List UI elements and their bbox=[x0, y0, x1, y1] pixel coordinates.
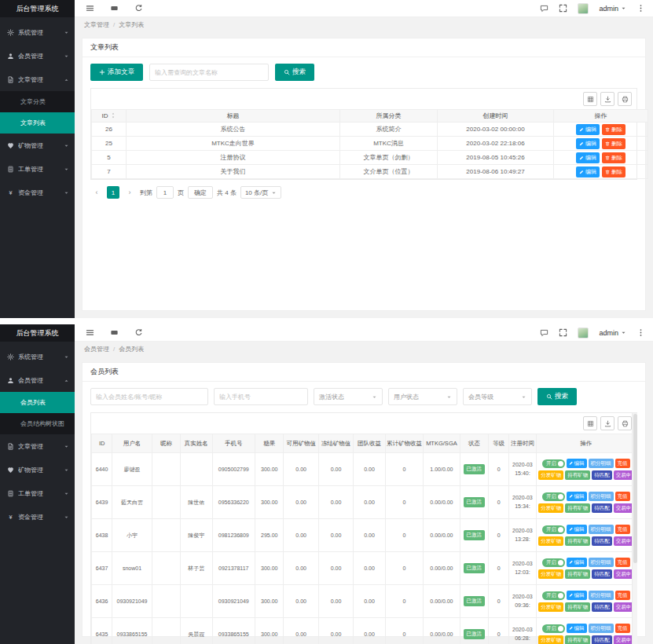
filter-input-1[interactable] bbox=[214, 388, 308, 405]
prev-page-button[interactable]: ‹ bbox=[90, 186, 103, 199]
avatar[interactable] bbox=[578, 327, 589, 338]
trading-button[interactable]: 交易中 bbox=[614, 503, 634, 513]
pending-match-button[interactable]: 待匹配 bbox=[592, 536, 612, 546]
sidebar-subitem[interactable]: 文章分类 bbox=[0, 91, 75, 112]
sidebar-item-5[interactable]: 资金管理 bbox=[0, 505, 75, 529]
chat-icon[interactable] bbox=[540, 328, 548, 337]
column-header[interactable]: ID bbox=[92, 110, 127, 123]
fullscreen-icon[interactable] bbox=[559, 328, 567, 337]
points-detail-button[interactable]: 积分明细 bbox=[589, 459, 614, 468]
sidebar-item-3[interactable]: 矿物管理 bbox=[0, 134, 75, 157]
fullscreen-icon[interactable] bbox=[559, 4, 567, 13]
points-detail-button[interactable]: 积分明细 bbox=[589, 558, 614, 567]
filter-select-4[interactable]: 会员等级 bbox=[463, 388, 532, 405]
search-button[interactable]: 搜索 bbox=[275, 64, 314, 81]
export-button[interactable] bbox=[600, 416, 614, 430]
enable-toggle[interactable]: 开启 bbox=[542, 591, 565, 600]
recharge-button[interactable]: 充值 bbox=[615, 624, 630, 633]
pending-match-button[interactable]: 待匹配 bbox=[592, 635, 612, 644]
breadcrumb-item[interactable]: 文章列表 bbox=[119, 20, 144, 29]
trading-button[interactable]: 交易中 bbox=[614, 602, 634, 612]
recharge-button[interactable]: 充值 bbox=[615, 459, 630, 468]
member-search-button[interactable]: 搜索 bbox=[537, 388, 577, 405]
confirm-page-button[interactable]: 确定 bbox=[188, 186, 213, 199]
enable-toggle[interactable]: 开启 bbox=[542, 558, 565, 567]
sidebar-item-0[interactable]: 系统管理 bbox=[0, 20, 75, 44]
hold-mineral-button[interactable]: 持有矿物 bbox=[565, 602, 590, 612]
columns-button[interactable] bbox=[583, 416, 597, 430]
next-page-button[interactable]: › bbox=[123, 186, 136, 199]
points-detail-button[interactable]: 积分明细 bbox=[589, 591, 614, 600]
edit-button[interactable]: 编辑 bbox=[567, 591, 587, 600]
message-icon[interactable] bbox=[110, 4, 119, 13]
more-icon[interactable] bbox=[636, 4, 645, 13]
trading-button[interactable]: 交易中 bbox=[614, 536, 634, 546]
more-icon[interactable] bbox=[636, 328, 645, 337]
distribute-mineral-button[interactable]: 分发矿物 bbox=[538, 635, 563, 644]
menu-icon[interactable] bbox=[86, 328, 94, 337]
avatar[interactable] bbox=[578, 3, 589, 14]
delete-button[interactable]: 删除 bbox=[602, 152, 625, 163]
table-scrollbar[interactable] bbox=[632, 413, 637, 644]
sidebar-item-0[interactable]: 系统管理 bbox=[0, 345, 75, 368]
breadcrumb-item[interactable]: 会员管理 bbox=[84, 345, 109, 353]
edit-button[interactable]: 编辑 bbox=[576, 124, 600, 135]
page-1-button[interactable]: 1 bbox=[107, 186, 119, 199]
sidebar-item-4[interactable]: 工单管理 bbox=[0, 481, 75, 505]
breadcrumb-item[interactable]: 文章管理 bbox=[84, 20, 109, 29]
sidebar-item-5[interactable]: 资金管理 bbox=[0, 181, 75, 204]
pending-match-button[interactable]: 待匹配 bbox=[592, 602, 612, 612]
trading-button[interactable]: 交易中 bbox=[614, 569, 634, 579]
trading-button[interactable]: 交易中 bbox=[614, 635, 634, 644]
delete-button[interactable]: 删除 bbox=[602, 124, 625, 135]
sidebar-subitem[interactable]: 会员结构树状图 bbox=[0, 413, 75, 434]
user-menu[interactable]: admin bbox=[599, 5, 626, 13]
distribute-mineral-button[interactable]: 分发矿物 bbox=[538, 569, 563, 579]
edit-button[interactable]: 编辑 bbox=[567, 624, 587, 633]
pending-match-button[interactable]: 待匹配 bbox=[592, 503, 612, 513]
edit-button[interactable]: 编辑 bbox=[576, 166, 600, 177]
hold-mineral-button[interactable]: 持有矿物 bbox=[565, 569, 590, 579]
refresh-icon[interactable] bbox=[134, 328, 143, 337]
hold-mineral-button[interactable]: 持有矿物 bbox=[565, 470, 590, 480]
edit-button[interactable]: 编辑 bbox=[576, 138, 600, 149]
distribute-mineral-button[interactable]: 分发矿物 bbox=[538, 470, 563, 480]
distribute-mineral-button[interactable]: 分发矿物 bbox=[538, 602, 563, 612]
chat-icon[interactable] bbox=[540, 4, 548, 13]
delete-button[interactable]: 删除 bbox=[602, 138, 625, 149]
hold-mineral-button[interactable]: 持有矿物 bbox=[565, 536, 590, 546]
recharge-button[interactable]: 充值 bbox=[615, 591, 630, 600]
enable-toggle[interactable]: 开启 bbox=[542, 624, 565, 633]
points-detail-button[interactable]: 积分明细 bbox=[589, 492, 614, 501]
distribute-mineral-button[interactable]: 分发矿物 bbox=[538, 503, 563, 513]
breadcrumb-item[interactable]: 会员列表 bbox=[119, 345, 144, 353]
filter-input-0[interactable] bbox=[90, 388, 208, 405]
per-page-select[interactable]: 10 条/页 bbox=[240, 186, 281, 199]
pending-match-button[interactable]: 待匹配 bbox=[592, 470, 612, 480]
edit-button[interactable]: 编辑 bbox=[567, 525, 587, 534]
edit-button[interactable]: 编辑 bbox=[567, 558, 587, 567]
enable-toggle[interactable]: 开启 bbox=[542, 492, 565, 501]
sidebar-item-3[interactable]: 矿物管理 bbox=[0, 458, 75, 481]
article-search-input[interactable] bbox=[149, 64, 269, 81]
recharge-button[interactable]: 充值 bbox=[615, 492, 630, 501]
sidebar-item-2[interactable]: 文章管理 bbox=[0, 434, 75, 458]
edit-button[interactable]: 编辑 bbox=[567, 459, 587, 468]
refresh-icon[interactable] bbox=[134, 4, 143, 13]
enable-toggle[interactable]: 开启 bbox=[542, 459, 565, 468]
pending-match-button[interactable]: 待匹配 bbox=[592, 569, 612, 579]
export-button[interactable] bbox=[600, 92, 614, 106]
print-button[interactable] bbox=[618, 416, 632, 430]
hold-mineral-button[interactable]: 持有矿物 bbox=[565, 503, 590, 513]
hold-mineral-button[interactable]: 持有矿物 bbox=[565, 635, 590, 644]
print-button[interactable] bbox=[618, 92, 632, 106]
sidebar-subitem[interactable]: 文章列表 bbox=[0, 112, 75, 134]
edit-button[interactable]: 编辑 bbox=[567, 492, 587, 501]
user-menu[interactable]: admin bbox=[599, 329, 626, 337]
sidebar-item-1[interactable]: 会员管理 bbox=[0, 368, 75, 392]
recharge-button[interactable]: 充值 bbox=[615, 558, 630, 567]
columns-button[interactable] bbox=[583, 92, 597, 106]
recharge-button[interactable]: 充值 bbox=[615, 525, 630, 534]
enable-toggle[interactable]: 开启 bbox=[542, 525, 565, 534]
sidebar-item-2[interactable]: 文章管理 bbox=[0, 68, 75, 91]
